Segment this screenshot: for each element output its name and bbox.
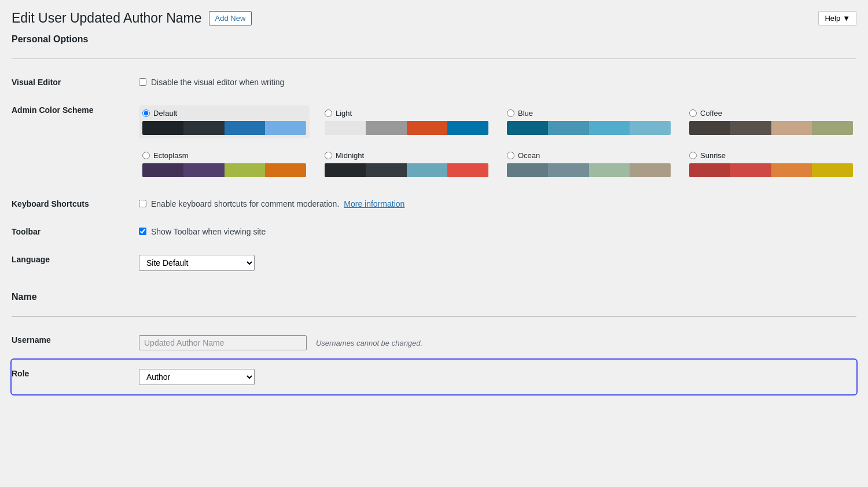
language-label: Language — [12, 246, 139, 280]
color-scheme-radio-default[interactable] — [142, 109, 150, 117]
color-scheme-light[interactable]: Light — [321, 105, 492, 138]
color-swatch-default-2 — [225, 121, 266, 135]
username-input — [139, 335, 307, 350]
color-swatch-midnight-2 — [407, 163, 448, 177]
toolbar-label: Toolbar — [12, 218, 139, 246]
color-swatches-default — [142, 121, 306, 135]
name-table: Username Usernames cannot be changed. Ro… — [12, 326, 856, 394]
visual-editor-checkbox-label: Disable the visual editor when writing — [151, 78, 284, 87]
color-scheme-ocean[interactable]: Ocean — [503, 148, 674, 181]
visual-editor-label: Visual Editor — [12, 68, 139, 96]
color-scheme-header-default: Default — [142, 109, 306, 118]
keyboard-shortcuts-checkbox[interactable] — [139, 200, 146, 207]
color-swatches-midnight — [325, 163, 488, 177]
color-scheme-radio-midnight[interactable] — [325, 152, 332, 159]
add-new-button[interactable]: Add New — [209, 11, 252, 25]
color-scheme-radio-sunrise[interactable] — [689, 152, 697, 159]
color-swatch-default-3 — [265, 121, 306, 135]
name-section-heading: Name — [12, 292, 856, 307]
language-select[interactable]: Site DefaultEnglish (US) — [139, 255, 255, 271]
color-swatch-default-1 — [183, 121, 225, 135]
color-scheme-name-light: Light — [336, 109, 352, 118]
color-scheme-sunrise[interactable]: Sunrise — [686, 148, 856, 181]
color-scheme-radio-ocean[interactable] — [507, 152, 514, 159]
color-schemes-grid: DefaultLightBlueCoffeeEctoplasmMidnightO… — [139, 105, 856, 181]
color-scheme-default[interactable]: Default — [139, 105, 310, 138]
color-scheme-header-ocean: Ocean — [507, 151, 671, 160]
color-swatch-blue-0 — [507, 121, 548, 135]
color-swatch-ectoplasm-1 — [183, 163, 225, 177]
toolbar-checkbox-label: Show Toolbar when viewing site — [151, 227, 266, 236]
username-label: Username — [12, 326, 139, 360]
color-scheme-name-ocean: Ocean — [518, 151, 540, 160]
color-swatch-light-1 — [366, 121, 407, 135]
color-swatch-midnight-3 — [447, 163, 488, 177]
admin-color-scheme-label: Admin Color Scheme — [12, 96, 139, 190]
color-scheme-midnight[interactable]: Midnight — [321, 148, 492, 181]
keyboard-shortcuts-checkbox-row: Enable keyboard shortcuts for comment mo… — [139, 199, 856, 208]
personal-options-table: Visual Editor Disable the visual editor … — [12, 68, 856, 280]
color-swatch-blue-3 — [630, 121, 671, 135]
color-scheme-name-midnight: Midnight — [336, 151, 364, 160]
role-select[interactable]: SubscriberContributorAuthorEditorAdminis… — [139, 369, 255, 385]
username-row: Username Usernames cannot be changed. — [12, 326, 856, 360]
color-swatch-coffee-3 — [812, 121, 853, 135]
personal-options-heading: Personal Options — [12, 34, 856, 49]
color-scheme-radio-ectoplasm[interactable] — [142, 152, 150, 159]
color-scheme-header-light: Light — [325, 109, 488, 118]
keyboard-shortcuts-checkbox-label: Enable keyboard shortcuts for comment mo… — [151, 199, 339, 208]
color-swatch-ectoplasm-0 — [142, 163, 183, 177]
color-swatches-sunrise — [689, 163, 853, 177]
color-swatches-light — [325, 121, 488, 135]
page-title: Edit User Updated Author Name — [12, 10, 202, 26]
color-scheme-coffee[interactable]: Coffee — [686, 105, 856, 138]
color-swatch-coffee-1 — [730, 121, 771, 135]
visual-editor-row: Visual Editor Disable the visual editor … — [12, 68, 856, 96]
color-swatches-coffee — [689, 121, 853, 135]
section-divider-name — [12, 316, 856, 317]
color-scheme-header-sunrise: Sunrise — [689, 151, 853, 160]
color-swatch-ocean-0 — [507, 163, 548, 177]
toolbar-row: Toolbar Show Toolbar when viewing site — [12, 218, 856, 246]
color-swatch-midnight-0 — [325, 163, 366, 177]
chevron-down-icon: ▼ — [843, 14, 850, 23]
color-swatch-blue-1 — [548, 121, 589, 135]
color-swatch-ectoplasm-2 — [225, 163, 266, 177]
color-swatch-light-2 — [407, 121, 448, 135]
color-swatches-blue — [507, 121, 671, 135]
keyboard-shortcuts-row: Keyboard Shortcuts Enable keyboard short… — [12, 190, 856, 218]
color-swatch-ectoplasm-3 — [265, 163, 306, 177]
color-scheme-name-default: Default — [153, 109, 177, 118]
color-swatch-coffee-0 — [689, 121, 730, 135]
color-scheme-header-midnight: Midnight — [325, 151, 488, 160]
color-swatch-default-0 — [142, 121, 183, 135]
color-scheme-blue[interactable]: Blue — [503, 105, 674, 138]
color-swatch-midnight-1 — [366, 163, 407, 177]
color-scheme-radio-coffee[interactable] — [689, 109, 697, 117]
color-swatch-sunrise-3 — [812, 163, 853, 177]
admin-color-scheme-row: Admin Color Scheme DefaultLightBlueCoffe… — [12, 96, 856, 190]
color-swatch-light-3 — [447, 121, 488, 135]
color-scheme-ectoplasm[interactable]: Ectoplasm — [139, 148, 310, 181]
toolbar-checkbox[interactable] — [139, 228, 146, 235]
color-scheme-radio-blue[interactable] — [507, 109, 514, 117]
section-divider-personal — [12, 58, 856, 59]
color-swatches-ectoplasm — [142, 163, 306, 177]
color-swatch-blue-2 — [589, 121, 630, 135]
color-scheme-name-sunrise: Sunrise — [700, 151, 726, 160]
color-scheme-header-coffee: Coffee — [689, 109, 853, 118]
color-swatch-ocean-2 — [589, 163, 630, 177]
help-button[interactable]: Help ▼ — [818, 11, 856, 25]
color-swatch-light-0 — [325, 121, 366, 135]
visual-editor-checkbox-row: Disable the visual editor when writing — [139, 78, 856, 87]
help-label: Help — [825, 14, 840, 23]
color-scheme-header-blue: Blue — [507, 109, 671, 118]
language-row: Language Site DefaultEnglish (US) — [12, 246, 856, 280]
color-scheme-name-blue: Blue — [518, 109, 533, 118]
color-swatch-ocean-1 — [548, 163, 589, 177]
visual-editor-checkbox[interactable] — [139, 78, 146, 86]
keyboard-shortcuts-more-info-link[interactable]: More information — [344, 199, 404, 208]
color-scheme-radio-light[interactable] — [325, 109, 332, 117]
username-note: Usernames cannot be changed. — [316, 339, 422, 347]
color-scheme-header-ectoplasm: Ectoplasm — [142, 151, 306, 160]
